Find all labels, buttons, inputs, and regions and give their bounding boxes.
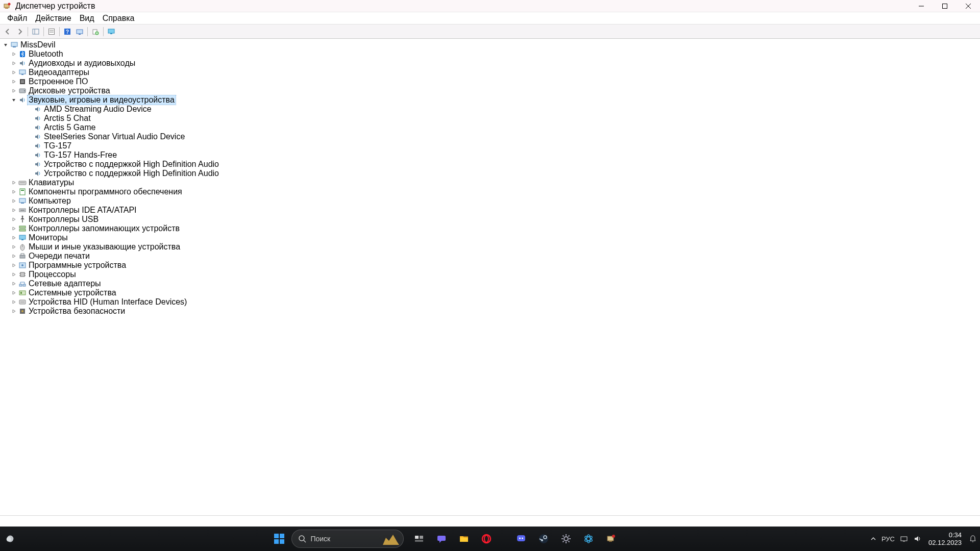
chevron-right-icon[interactable] bbox=[11, 88, 18, 93]
app-icon bbox=[2, 1, 12, 11]
app-device-manager[interactable] bbox=[601, 529, 621, 549]
chevron-right-icon[interactable] bbox=[11, 281, 18, 286]
volume-icon[interactable] bbox=[913, 535, 921, 543]
taskbar-clock[interactable]: 0:34 02.12.2023 bbox=[926, 531, 964, 546]
tree-category[interactable]: Контроллеры запоминающих устройств bbox=[0, 224, 980, 233]
app-opera[interactable] bbox=[476, 529, 497, 549]
chevron-right-icon[interactable] bbox=[11, 79, 18, 84]
taskview-button[interactable] bbox=[409, 529, 429, 549]
tree-category[interactable]: Компоненты программного обеспечения bbox=[0, 187, 980, 196]
chevron-right-icon[interactable] bbox=[11, 217, 18, 222]
cpu-icon bbox=[18, 270, 27, 279]
tree-device[interactable]: TG-157 Hands-Free bbox=[0, 151, 980, 160]
tree-category[interactable]: Клавиатуры bbox=[0, 178, 980, 187]
device-tree[interactable]: MissDevilBluetoothАудиовходы и аудиовыхо… bbox=[0, 39, 980, 515]
tree-category[interactable]: Контроллеры USB bbox=[0, 215, 980, 224]
tree-category[interactable]: Компьютер bbox=[0, 196, 980, 206]
scan-hardware-button[interactable] bbox=[74, 26, 85, 37]
show-hide-tree-button[interactable] bbox=[30, 26, 41, 37]
svg-rect-7 bbox=[33, 29, 39, 34]
tree-category[interactable]: Мыши и иные указывающие устройства bbox=[0, 242, 980, 252]
chevron-right-icon[interactable] bbox=[11, 180, 18, 185]
tree-category[interactable]: Встроенное ПО bbox=[0, 77, 980, 86]
properties-button[interactable] bbox=[46, 26, 57, 37]
chevron-right-icon[interactable] bbox=[11, 189, 18, 194]
tree-category[interactable]: Устройства безопасности bbox=[0, 307, 980, 316]
menu-action[interactable]: Действие bbox=[31, 13, 75, 24]
tree-device[interactable]: Устройство с поддержкой High Definition … bbox=[0, 160, 980, 169]
app-steam[interactable] bbox=[533, 529, 554, 549]
notifications-icon[interactable] bbox=[969, 535, 977, 543]
tree-device[interactable]: Arctis 5 Chat bbox=[0, 114, 980, 123]
minimize-button[interactable] bbox=[910, 0, 933, 12]
chevron-right-icon[interactable] bbox=[11, 52, 18, 57]
tree-device[interactable]: Arctis 5 Game bbox=[0, 123, 980, 132]
back-button[interactable] bbox=[2, 26, 13, 37]
tree-device-label: SteelSeries Sonar Virtual Audio Device bbox=[43, 132, 186, 141]
tree-device[interactable]: AMD Streaming Audio Device bbox=[0, 105, 980, 114]
tree-category[interactable]: Дисковые устройства bbox=[0, 86, 980, 95]
software-dev-icon bbox=[18, 261, 27, 269]
tree-category-label: Встроенное ПО bbox=[28, 77, 89, 86]
network-icon[interactable] bbox=[900, 535, 908, 543]
tree-category[interactable]: Процессоры bbox=[0, 270, 980, 279]
close-button[interactable] bbox=[957, 0, 980, 12]
chevron-right-icon[interactable] bbox=[11, 226, 18, 231]
chevron-right-icon[interactable] bbox=[11, 272, 18, 277]
forward-button[interactable] bbox=[14, 26, 26, 37]
help-button[interactable]: ? bbox=[62, 26, 73, 37]
chevron-right-icon[interactable] bbox=[11, 299, 18, 305]
app-settings[interactable] bbox=[556, 529, 576, 549]
monitor-button[interactable] bbox=[106, 26, 117, 37]
tree-category-label: Устройства безопасности bbox=[28, 307, 126, 316]
tree-category[interactable]: Мониторы bbox=[0, 233, 980, 242]
chevron-right-icon[interactable] bbox=[11, 309, 18, 314]
tree-category[interactable]: Программные устройства bbox=[0, 261, 980, 270]
tree-category[interactable]: Устройства HID (Human Interface Devices) bbox=[0, 297, 980, 307]
tree-device[interactable]: TG-157 bbox=[0, 141, 980, 151]
tree-category[interactable]: Очереди печати bbox=[0, 252, 980, 261]
taskbar-search[interactable]: Поиск bbox=[291, 530, 404, 548]
app-explorer[interactable] bbox=[454, 529, 474, 549]
language-indicator[interactable]: РУС bbox=[881, 535, 895, 543]
svg-rect-48 bbox=[20, 272, 24, 277]
app-chat[interactable] bbox=[431, 529, 452, 549]
tray-chevron-up-icon[interactable] bbox=[870, 536, 876, 542]
tree-category[interactable]: Звуковые, игровые и видеоустройства bbox=[0, 95, 980, 105]
tree-category-label: Процессоры bbox=[28, 270, 77, 279]
tree-category[interactable]: Аудиовходы и аудиовыходы bbox=[0, 59, 980, 68]
chevron-right-icon[interactable] bbox=[11, 290, 18, 295]
menu-file[interactable]: Файл bbox=[3, 13, 31, 24]
svg-point-2 bbox=[8, 3, 11, 5]
chevron-down-icon[interactable] bbox=[3, 42, 10, 47]
chevron-down-icon[interactable] bbox=[11, 97, 18, 103]
tree-device[interactable]: Устройство с поддержкой High Definition … bbox=[0, 169, 980, 178]
maximize-button[interactable] bbox=[933, 0, 957, 12]
weather-widget[interactable] bbox=[5, 533, 16, 544]
svg-rect-101 bbox=[901, 537, 907, 541]
taskbar: Поиск РУС 0:34 02.12 bbox=[0, 527, 980, 551]
app-discord[interactable] bbox=[511, 529, 531, 549]
update-driver-button[interactable] bbox=[90, 26, 101, 37]
tree-category[interactable]: Системные устройства bbox=[0, 288, 980, 297]
svg-rect-38 bbox=[19, 226, 26, 228]
tree-root[interactable]: MissDevil bbox=[0, 40, 980, 49]
chevron-right-icon[interactable] bbox=[11, 263, 18, 268]
chevron-right-icon[interactable] bbox=[11, 244, 18, 249]
menu-help[interactable]: Справка bbox=[99, 13, 139, 24]
tree-category[interactable]: Bluetooth bbox=[0, 49, 980, 59]
tree-device[interactable]: SteelSeries Sonar Virtual Audio Device bbox=[0, 132, 980, 141]
tree-category[interactable]: Контроллеры IDE ATA/ATAPI bbox=[0, 206, 980, 215]
chevron-right-icon[interactable] bbox=[11, 208, 18, 213]
svg-point-28 bbox=[24, 90, 25, 91]
menu-view[interactable]: Вид bbox=[76, 13, 99, 24]
chevron-right-icon[interactable] bbox=[11, 254, 18, 259]
chevron-right-icon[interactable] bbox=[11, 61, 18, 66]
app-battlenet[interactable] bbox=[578, 529, 599, 549]
tree-category[interactable]: Сетевые адаптеры bbox=[0, 279, 980, 288]
chevron-right-icon[interactable] bbox=[11, 198, 18, 204]
chevron-right-icon[interactable] bbox=[11, 70, 18, 75]
chevron-right-icon[interactable] bbox=[11, 235, 18, 240]
start-button[interactable] bbox=[269, 529, 289, 549]
tree-category[interactable]: Видеоадаптеры bbox=[0, 68, 980, 77]
